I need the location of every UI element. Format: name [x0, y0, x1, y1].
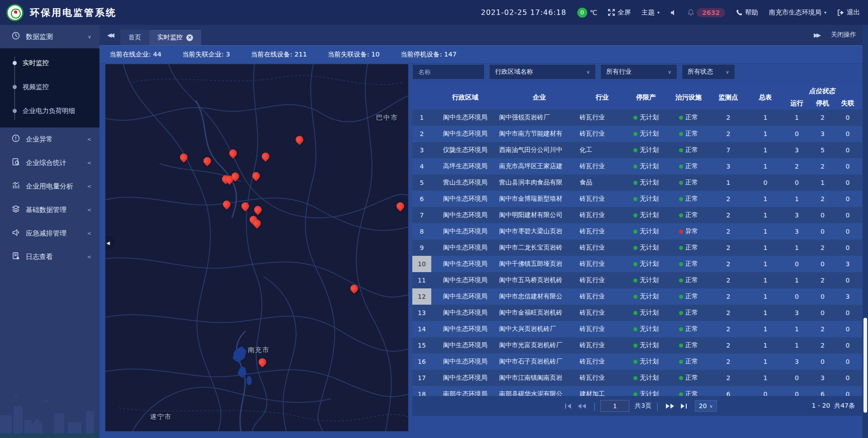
notification-count-badge: 2632 — [697, 8, 725, 17]
cell-stop: 2 — [810, 191, 835, 207]
cell-facility: 正常 — [667, 256, 710, 272]
table-row[interactable]: 3仪陇生态环境局西南油气田分公司川中化工无计划正常71350 — [412, 142, 862, 158]
sidebar-item[interactable]: 企业用电量分析< — [0, 174, 99, 198]
cell-facility: 正常 — [667, 191, 710, 207]
table-row[interactable]: 1阆中生态环境局阆中强锐页岩砖厂砖瓦行业无计划正常21120 — [412, 109, 862, 126]
cell-facility: 正常 — [667, 240, 710, 256]
sidebar-subitem[interactable]: 视频监控 — [0, 75, 99, 99]
help-button[interactable]: 帮助 — [736, 8, 758, 17]
tabs-scroll-right-button[interactable]: ▶▶ — [814, 24, 819, 45]
table-row[interactable]: 8阆中生态环境局阆中市枣碧大梁山页岩砖瓦行业无计划异常21300 — [412, 223, 862, 240]
cell-monitor: 2 — [710, 370, 747, 386]
map-pin-icon[interactable] — [180, 154, 188, 162]
cell-run: 3 — [784, 223, 810, 240]
theme-dropdown[interactable]: 主题 ▾ — [642, 8, 660, 17]
status-select[interactable]: 所有状态 ∨ — [682, 64, 735, 80]
table-row[interactable]: 12阆中生态环境局阆中市忠信建材有限公砖瓦行业无计划正常21003 — [412, 288, 862, 305]
map-pin-icon[interactable] — [203, 157, 212, 165]
col-seq — [412, 85, 431, 109]
status-dot-green — [679, 246, 683, 250]
status-dot-green — [633, 327, 637, 331]
table-row[interactable]: 9阆中生态环境局阆中市二龙长宝页岩砖砖瓦行业无计划正常21120 — [412, 240, 862, 256]
page-scrollbar[interactable] — [863, 25, 868, 438]
cell-meter: 1 — [747, 272, 784, 288]
cell-stop: 2 — [810, 321, 835, 337]
org-dropdown[interactable]: 南充市生态环境局 ▾ — [769, 8, 826, 17]
sidebar-subitem[interactable]: 企业电力负荷明细 — [0, 99, 99, 123]
tab-realtime-monitor[interactable]: 实时监控 × — [149, 30, 201, 45]
table-row[interactable]: 4高坪生态环境局南充市高坪区王家店建砖瓦行业无计划正常31220 — [412, 158, 862, 174]
notification-area[interactable]: 2632 — [688, 8, 725, 17]
cell-company: 南部县砚华水泥有限公 — [499, 386, 580, 396]
table-row[interactable]: 11阆中生态环境局阆中市五马桥页岩机砖砖瓦行业无计划正常21120 — [412, 272, 862, 288]
sidebar-item[interactable]: 应急减排管理< — [0, 221, 99, 245]
table-row[interactable]: 6阆中生态环境局阆中市金博瑞新型墙材砖瓦行业无计划正常21120 — [412, 191, 862, 207]
top-header: 环保用电监管系统 2021-02-25 17:46:18 0 ℃ 全屏 主题 ▾ — [0, 0, 868, 25]
table-row[interactable]: 10阆中生态环境局阆中千佛镇五郎垭页岩砖瓦行业无计划正常21003 — [412, 256, 862, 272]
map-pin-icon[interactable] — [296, 136, 304, 144]
page-number-input[interactable] — [600, 400, 629, 412]
col-stop: 停机 — [810, 97, 835, 109]
page-scrollbar-thumb[interactable] — [863, 318, 867, 413]
logout-button[interactable]: 退出 — [837, 8, 860, 17]
sidebar-item[interactable]: 基础数据管理< — [0, 198, 99, 221]
tab-home[interactable]: 首页 — [120, 30, 149, 45]
close-operations-dropdown[interactable]: 关闭操作 — [831, 31, 856, 39]
table-row[interactable]: 15阆中生态环境局阆中市光富页岩机砖厂砖瓦行业无计划正常21120 — [412, 337, 862, 353]
chevron-left-icon: < — [87, 137, 91, 142]
last-page-button[interactable] — [677, 403, 690, 409]
map-pin-icon[interactable] — [254, 206, 262, 214]
cell-monitor: 2 — [710, 223, 747, 240]
status-dot-green — [679, 181, 683, 185]
name-search-input[interactable] — [412, 64, 485, 80]
sidebar-group-5: 应急减排管理< — [0, 221, 99, 245]
table-row[interactable]: 7阆中生态环境局阆中明阳建材有限公司砖瓦行业无计划正常21300 — [412, 207, 862, 223]
table-row[interactable]: 17阆中生态环境局阆中市江南镇阆南页岩砖瓦行业无计划正常21030 — [412, 370, 862, 386]
table-row[interactable]: 5营山生态环境局营山县润丰肉食品有限食品无计划正常10010 — [412, 174, 862, 191]
fullscreen-button[interactable]: 全屏 — [608, 8, 631, 17]
map-pin-icon[interactable] — [223, 201, 231, 209]
map-pin-icon[interactable] — [262, 152, 270, 160]
table-row[interactable]: 14阆中生态环境局阆中大兴页岩机砖厂砖瓦行业无计划正常21120 — [412, 321, 862, 337]
map-pin-icon[interactable] — [241, 203, 250, 211]
cell-facility: 正常 — [667, 353, 710, 370]
map-pin-icon[interactable] — [231, 172, 240, 180]
map-pin-icon[interactable] — [252, 172, 260, 180]
table-row[interactable]: 18南部生态环境局南部县砚华水泥有限公建材加工无计划正常60060 — [412, 386, 862, 396]
cell-seq: 15 — [412, 337, 431, 353]
sidebar-decoration — [0, 388, 99, 438]
cell-lost: 0 — [835, 353, 860, 370]
map-pin-icon[interactable] — [229, 150, 237, 158]
map-pin-icon[interactable] — [396, 203, 405, 211]
mute-button[interactable] — [670, 9, 677, 16]
cell-seq: 11 — [412, 272, 431, 288]
table-row[interactable]: 13阆中生态环境局阆中市金福旺页岩机砖砖瓦行业无计划正常21300 — [412, 305, 862, 321]
table-row[interactable]: 2阆中生态环境局阆中市南方节能建材有砖瓦行业无计划正常21030 — [412, 126, 862, 142]
map-pin-icon[interactable] — [259, 358, 267, 366]
region-select[interactable]: 行政区域名称 ∨ — [489, 64, 596, 80]
name-input[interactable] — [418, 68, 479, 75]
sidebar-item[interactable]: 企业异常< — [0, 127, 99, 151]
sidebar-group-2: 企业综合统计< — [0, 151, 99, 174]
page-size-select[interactable]: 20 ∨ — [695, 400, 717, 412]
chevron-left-icon: < — [87, 160, 91, 166]
sidebar-item[interactable]: 企业综合统计< — [0, 151, 99, 174]
map-pin-icon[interactable] — [253, 219, 261, 227]
next-page-button[interactable] — [663, 403, 677, 409]
tab-close-icon[interactable]: × — [186, 34, 193, 41]
cell-production: 无计划 — [625, 223, 667, 240]
map-pin-icon[interactable] — [350, 285, 359, 293]
sidebar-item[interactable]: 日志查看< — [0, 245, 99, 268]
col-lost: 失联 — [835, 97, 860, 109]
cell-company: 阆中市二龙长宝页岩砖 — [499, 240, 580, 256]
sidebar-item[interactable]: 数据监测∨ — [0, 25, 99, 48]
tabs-scroll-left-button[interactable]: ◀◀ — [99, 24, 120, 45]
industry-select[interactable]: 所有行业 ∨ — [600, 64, 677, 80]
table-row[interactable]: 16阆中生态环境局阆中市石子页岩机砖厂砖瓦行业无计划正常21300 — [412, 353, 862, 370]
map-panel[interactable]: 巴中市南充市遂宁市 ◀ — [105, 64, 408, 431]
cell-company: 阆中市光富页岩机砖厂 — [499, 337, 580, 353]
first-page-button[interactable] — [561, 403, 575, 409]
status-dot-green — [679, 213, 683, 217]
prev-page-button[interactable] — [575, 403, 589, 409]
sidebar-subitem[interactable]: 实时监控 — [0, 51, 99, 75]
